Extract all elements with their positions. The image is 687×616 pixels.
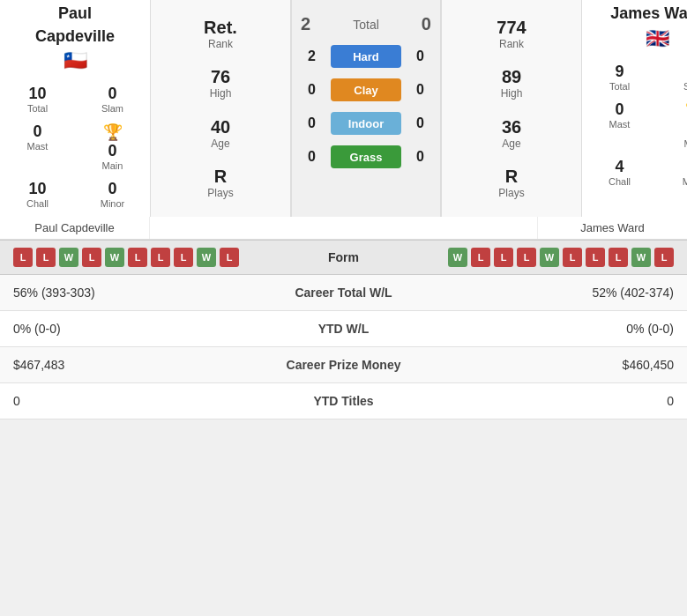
left-plays-val: R (214, 167, 227, 187)
right-chall-label: Chall (609, 176, 631, 187)
right-high-label: High (501, 87, 523, 100)
left-slam-val: 0 (108, 85, 116, 103)
left-high-label: High (210, 87, 232, 100)
hard-badge: Hard (331, 45, 401, 68)
right-player-flag: 🇬🇧 (646, 27, 669, 50)
stat-right-val: 0% (0-0) (460, 311, 687, 347)
right-middle-col: 774 Rank 89 High 36 Age R Plays (441, 0, 582, 217)
stat-center-label: Career Total W/L (227, 275, 460, 311)
left-chall-cell: 10 Chall (4, 176, 71, 212)
left-player-flag: 🇨🇱 (63, 49, 87, 72)
right-main-label: Main (684, 138, 687, 149)
form-label: Form (300, 250, 388, 264)
left-slam-cell: 0 Slam (79, 81, 146, 117)
left-chall-label: Chall (26, 198, 49, 209)
right-age-label: Age (502, 137, 520, 150)
left-form-badge: W (197, 248, 216, 267)
right-minor-cell: 5 Minor (661, 154, 687, 190)
left-plays-stat: R Plays (207, 167, 233, 199)
left-form-badge: L (220, 248, 239, 267)
right-age-val: 36 (502, 117, 521, 137)
left-rank-val: Ret. (204, 18, 237, 38)
name-spacer (150, 217, 537, 239)
left-main-cell: 🏆 0 Main (79, 119, 146, 174)
right-plays-val: R (505, 167, 518, 187)
left-form-badge: L (36, 248, 56, 267)
left-age-stat: 40 Age (211, 117, 230, 150)
left-middle-col: Ret. Rank 76 High 40 Age R Plays (150, 0, 291, 217)
right-chall-cell: 4 Chall (586, 154, 653, 190)
left-total-cell: 10 Total (4, 81, 71, 117)
hard-row: 2 Hard 0 (292, 40, 440, 73)
clay-right-score: 0 (409, 82, 431, 98)
right-player-info: James Ward 🇬🇧 9 Total 0 Slam 0 Mast 🏆 (582, 0, 687, 217)
stat-right-val: $460,450 (460, 347, 687, 383)
total-right-score: 0 (422, 14, 431, 34)
stat-left-val: 56% (393-303) (0, 275, 227, 311)
stat-right-val: 52% (402-374) (460, 275, 687, 311)
right-form-badge: L (517, 248, 536, 267)
left-rank-stat: Ret. Rank (204, 18, 237, 50)
left-age-label: Age (211, 137, 229, 150)
right-total-val: 9 (615, 63, 624, 81)
right-age-stat: 36 Age (502, 117, 521, 150)
right-form-badge: W (631, 248, 651, 267)
right-total-label: Total (609, 81, 630, 92)
right-form-badge: W (448, 248, 467, 267)
left-trophy-icon: 🏆 (103, 122, 123, 142)
stats-row: 0% (0-0) YTD W/L 0% (0-0) (0, 311, 687, 347)
right-mast-label: Mast (609, 119, 631, 130)
surface-comparison: 2 Total 0 2 Hard 0 0 Clay 0 0 Indoor 0 (291, 0, 441, 217)
stats-row: 56% (393-303) Career Total W/L 52% (402-… (0, 275, 687, 311)
right-high-stat: 89 High (501, 67, 523, 100)
left-minor-label: Minor (101, 198, 125, 209)
left-main-val: 0 (108, 142, 116, 160)
indoor-badge: Indoor (331, 112, 401, 135)
career-stats-table: 56% (393-303) Career Total W/L 52% (402-… (0, 275, 687, 419)
left-form-badges: LLWLWLLLWL (13, 248, 300, 267)
left-high-val: 76 (211, 67, 230, 87)
left-minor-val: 0 (108, 180, 116, 198)
right-form-badge: L (494, 248, 513, 267)
stat-left-val: $467,483 (0, 347, 227, 383)
left-player-label: Paul Capdeville (0, 217, 150, 239)
left-main-label: Main (102, 160, 123, 171)
left-player-name: Paul (58, 4, 92, 24)
right-slam-label: Slam (683, 81, 687, 92)
right-plays-label: Plays (498, 187, 524, 199)
right-rank-stat: 774 Rank (497, 18, 526, 50)
right-form-badge: L (609, 248, 628, 267)
total-row: 2 Total 0 (292, 9, 440, 40)
right-form-badges: WLLLWLLLWL (388, 248, 675, 267)
left-age-val: 40 (211, 117, 230, 137)
right-form-badge: L (586, 248, 605, 267)
right-chall-val: 4 (615, 158, 624, 176)
left-stats-grid: 10 Total 0 Slam 0 Mast 🏆 0 Main 10 (4, 81, 146, 212)
grass-row: 0 Grass 0 (292, 140, 440, 174)
left-chall-val: 10 (28, 180, 46, 198)
stat-center-label: YTD Titles (227, 383, 460, 419)
clay-row: 0 Clay 0 (292, 73, 440, 107)
left-form-badge: L (82, 248, 101, 267)
left-plays-label: Plays (207, 187, 233, 199)
right-mast-val: 0 (615, 100, 624, 119)
left-total-label: Total (27, 103, 48, 114)
left-form-badge: W (59, 248, 78, 267)
total-label: Total (353, 18, 379, 32)
stat-right-val: 0 (460, 383, 687, 419)
right-minor-label: Minor (683, 176, 687, 187)
right-form-badge: L (654, 248, 674, 267)
left-form-badge: W (105, 248, 124, 267)
indoor-row: 0 Indoor 0 (292, 107, 440, 140)
right-player-label: James Ward (537, 217, 687, 239)
left-minor-cell: 0 Minor (79, 176, 146, 212)
right-rank-val: 774 (497, 18, 526, 38)
right-slam-cell: 0 Slam (661, 59, 687, 95)
right-main-cell: 🏆 0 Main (661, 97, 687, 152)
left-mast-val: 0 (33, 122, 41, 141)
right-mast-cell: 0 Mast (586, 97, 653, 152)
left-form-badge: L (13, 248, 33, 267)
stats-row: 0 YTD Titles 0 (0, 383, 687, 419)
comparison-top: Paul Capdeville 🇨🇱 10 Total 0 Slam 0 Mas… (0, 0, 687, 217)
left-mast-label: Mast (27, 141, 49, 152)
